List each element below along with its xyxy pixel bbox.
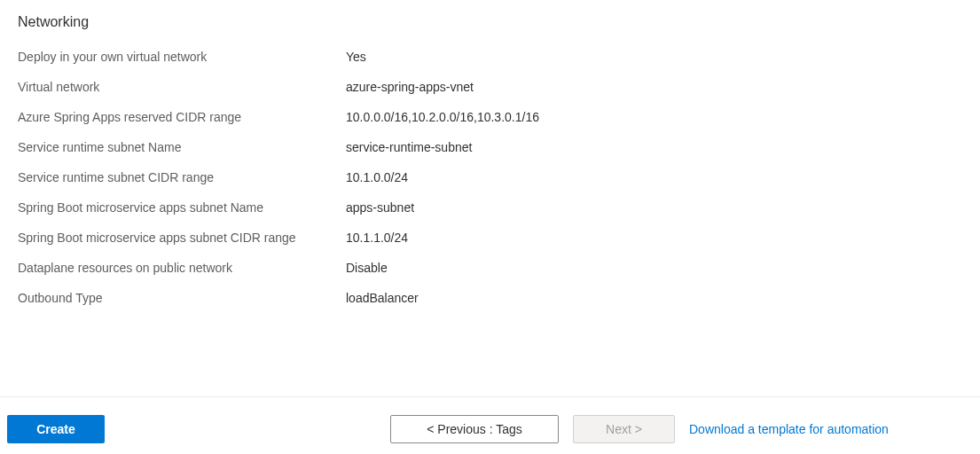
previous-button[interactable]: < Previous : Tags bbox=[390, 415, 559, 443]
value-cidr-range: 10.0.0.0/16,10.2.0.0/16,10.3.0.1/16 bbox=[346, 108, 539, 126]
value-runtime-subnet-cidr: 10.1.0.0/24 bbox=[346, 168, 408, 186]
wizard-footer: Create < Previous : Tags Next > Download… bbox=[0, 396, 980, 454]
label-deploy-vnet: Deploy in your own virtual network bbox=[18, 48, 346, 66]
row-apps-subnet-cidr: Spring Boot microservice apps subnet CID… bbox=[18, 229, 962, 247]
row-deploy-vnet: Deploy in your own virtual network Yes bbox=[18, 48, 962, 66]
next-button: Next > bbox=[573, 415, 675, 443]
row-dataplane: Dataplane resources on public network Di… bbox=[18, 259, 962, 277]
value-virtual-network: azure-spring-apps-vnet bbox=[346, 78, 474, 96]
value-deploy-vnet: Yes bbox=[346, 48, 366, 66]
value-dataplane: Disable bbox=[346, 259, 388, 277]
row-runtime-subnet-name: Service runtime subnet Name service-runt… bbox=[18, 138, 962, 156]
download-template-link[interactable]: Download a template for automation bbox=[689, 422, 889, 436]
row-virtual-network: Virtual network azure-spring-apps-vnet bbox=[18, 78, 962, 96]
row-apps-subnet-name: Spring Boot microservice apps subnet Nam… bbox=[18, 199, 962, 216]
value-apps-subnet-cidr: 10.1.1.0/24 bbox=[346, 229, 408, 247]
value-runtime-subnet-name: service-runtime-subnet bbox=[346, 138, 472, 156]
section-title: Networking bbox=[18, 14, 962, 30]
label-cidr-range: Azure Spring Apps reserved CIDR range bbox=[18, 108, 346, 126]
label-dataplane: Dataplane resources on public network bbox=[18, 259, 346, 277]
label-runtime-subnet-name: Service runtime subnet Name bbox=[18, 138, 346, 156]
value-outbound-type: loadBalancer bbox=[346, 289, 419, 307]
row-runtime-subnet-cidr: Service runtime subnet CIDR range 10.1.0… bbox=[18, 168, 962, 186]
label-runtime-subnet-cidr: Service runtime subnet CIDR range bbox=[18, 168, 346, 186]
label-virtual-network: Virtual network bbox=[18, 78, 346, 96]
networking-section: Networking Deploy in your own virtual ne… bbox=[0, 0, 980, 307]
label-apps-subnet-name: Spring Boot microservice apps subnet Nam… bbox=[18, 199, 346, 216]
label-apps-subnet-cidr: Spring Boot microservice apps subnet CID… bbox=[18, 229, 346, 247]
create-button[interactable]: Create bbox=[7, 415, 105, 443]
row-outbound-type: Outbound Type loadBalancer bbox=[18, 289, 962, 307]
label-outbound-type: Outbound Type bbox=[18, 289, 346, 307]
value-apps-subnet-name: apps-subnet bbox=[346, 199, 414, 216]
row-cidr-range: Azure Spring Apps reserved CIDR range 10… bbox=[18, 108, 962, 126]
